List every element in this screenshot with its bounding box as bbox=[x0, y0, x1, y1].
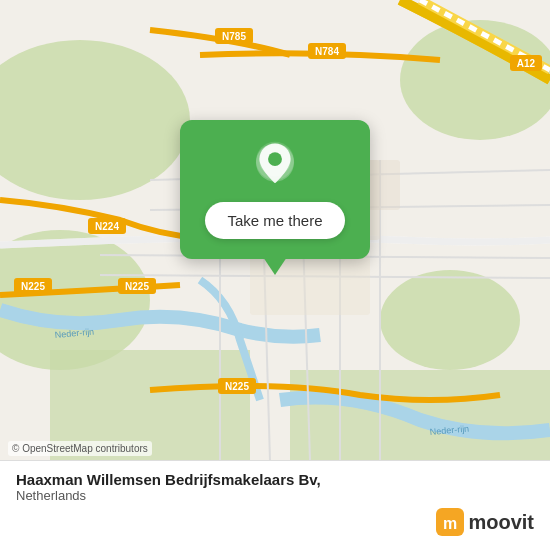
svg-point-30 bbox=[268, 152, 282, 166]
take-me-there-button[interactable]: Take me there bbox=[205, 202, 344, 239]
svg-text:N225: N225 bbox=[21, 281, 45, 292]
map-attribution: © OpenStreetMap contributors bbox=[8, 441, 152, 456]
place-country: Netherlands bbox=[16, 488, 534, 503]
map-area: N784 N785 A12 N224 N225 N225 N225 Arnhem… bbox=[0, 0, 550, 460]
moovit-icon: m bbox=[436, 508, 464, 536]
moovit-label: moovit bbox=[468, 511, 534, 534]
svg-text:N225: N225 bbox=[225, 381, 249, 392]
svg-text:N784: N784 bbox=[315, 46, 339, 57]
svg-text:N785: N785 bbox=[222, 31, 246, 42]
svg-text:N224: N224 bbox=[95, 221, 119, 232]
location-popup: Take me there bbox=[180, 120, 370, 259]
place-name: Haaxman Willemsen Bedrijfsmakelaars Bv, bbox=[16, 471, 534, 488]
location-pin-icon bbox=[249, 140, 301, 192]
svg-text:A12: A12 bbox=[517, 58, 536, 69]
moovit-logo: m moovit bbox=[436, 508, 534, 536]
svg-point-4 bbox=[380, 270, 520, 370]
bottom-info-bar: Haaxman Willemsen Bedrijfsmakelaars Bv, … bbox=[0, 460, 550, 550]
svg-text:m: m bbox=[443, 515, 457, 532]
svg-text:N225: N225 bbox=[125, 281, 149, 292]
